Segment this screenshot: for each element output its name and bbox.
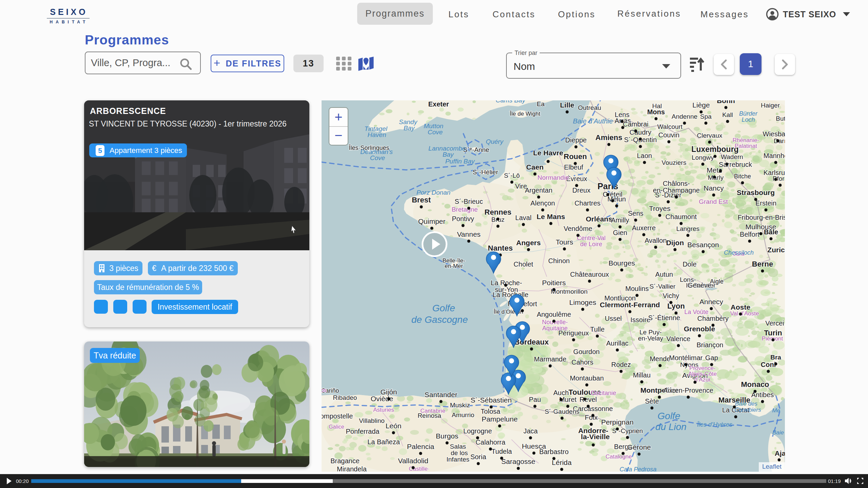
svg-text:Salas: Salas — [450, 443, 466, 450]
svg-text:Évreux: Évreux — [566, 175, 587, 182]
svg-text:Laval: Laval — [515, 214, 532, 221]
svg-text:Autun: Autun — [655, 271, 673, 278]
svg-text:Caudry: Caudry — [630, 129, 651, 136]
svg-text:Logrogne: Logrogne — [463, 427, 492, 435]
svg-text:Cambrai: Cambrai — [623, 120, 649, 128]
svg-text:Calahorra: Calahorra — [476, 438, 506, 446]
svg-text:Marly: Marly — [708, 174, 724, 181]
svg-text:Galice: Galice — [329, 424, 344, 430]
svg-text:Bürder: Bürder — [739, 110, 758, 117]
svg-text:Normandie: Normandie — [538, 174, 569, 181]
svg-text:S´-Vallier: S´-Vallier — [650, 283, 676, 290]
svg-text:Baie des: Baie des — [735, 401, 758, 407]
svg-text:Haiger: Haiger — [761, 102, 780, 109]
svg-text:Bitche: Bitche — [734, 173, 751, 180]
svg-text:Rennes: Rennes — [484, 208, 511, 216]
svg-text:Muskiz: Muskiz — [450, 402, 470, 409]
svg-text:Vire: Vire — [515, 182, 527, 190]
svg-text:Sète: Sète — [645, 397, 659, 405]
svg-text:Soria: Soria — [470, 453, 487, 461]
svg-text:Cove: Cove — [370, 154, 385, 161]
svg-text:Tolosa: Tolosa — [481, 408, 501, 415]
svg-text:Gap: Gap — [705, 354, 718, 362]
svg-text:Revel: Revel — [579, 396, 597, 403]
svg-text:Andenne: Andenne — [672, 113, 697, 120]
svg-text:Me: Me — [772, 407, 780, 414]
svg-text:Baie d’Authie: Baie d’Authie — [573, 117, 613, 125]
svg-text:Vouziers: Vouziers — [662, 159, 687, 166]
svg-text:Montmorillon: Montmorillon — [551, 288, 588, 295]
svg-text:Vichy: Vichy — [663, 292, 679, 299]
svg-text:Bra: Bra — [770, 354, 781, 361]
svg-text:Amiens: Amiens — [595, 133, 622, 142]
svg-text:Chinon: Chinon — [548, 257, 570, 265]
svg-text:zos: zos — [322, 387, 326, 393]
svg-text:du Lion: du Lion — [655, 422, 687, 432]
svg-text:Aix-en-Provence: Aix-en-Provence — [663, 387, 713, 394]
svg-text:Foix: Foix — [585, 414, 598, 421]
svg-text:Clermont-Ferrand: Clermont-Ferrand — [600, 301, 660, 309]
svg-text:Vercei: Vercei — [765, 319, 784, 327]
svg-text:Lille: Lille — [560, 101, 574, 109]
svg-text:Longwy: Longwy — [692, 154, 714, 161]
svg-text:Quéry: Quéry — [486, 138, 504, 145]
svg-text:Gérone: Gérone — [627, 443, 651, 451]
svg-text:Butzt: Butzt — [776, 115, 785, 122]
svg-text:Villablino: Villablino — [359, 417, 385, 424]
svg-text:Porz Donan: Porz Donan — [417, 189, 450, 196]
svg-text:Tulle: Tulle — [590, 326, 605, 333]
svg-text:Le Havre: Le Havre — [533, 149, 563, 157]
svg-text:Melun: Melun — [607, 195, 626, 203]
svg-text:Nantes: Nantes — [488, 244, 513, 252]
svg-text:Auxerre: Auxerre — [632, 224, 656, 232]
svg-text:Langres: Langres — [676, 225, 700, 232]
svg-text:ompostelle: ompostelle — [322, 412, 353, 420]
svg-text:Bretagne: Bretagne — [451, 206, 478, 213]
svg-text:Cala Pedrosa: Cala Pedrosa — [619, 466, 656, 472]
svg-text:Dieppe: Dieppe — [565, 136, 586, 144]
svg-text:Chessiloch: Chessiloch — [724, 249, 754, 256]
svg-text:Grand Est: Grand Est — [699, 198, 728, 205]
svg-text:Dole: Dole — [682, 260, 696, 268]
svg-text:Troyes: Troyes — [649, 204, 670, 212]
svg-text:Jaca: Jaca — [523, 427, 538, 435]
svg-text:Angoulême: Angoulême — [537, 311, 571, 318]
svg-text:Amilly: Amilly — [611, 216, 629, 224]
svg-text:Erstein: Erstein — [755, 199, 776, 207]
svg-text:Valladolid: Valladolid — [398, 457, 428, 465]
svg-text:Bay: Bay — [443, 151, 454, 158]
svg-text:Ponferrada: Ponferrada — [346, 428, 380, 435]
svg-text:Liège: Liège — [692, 101, 710, 109]
svg-text:Couvin: Couvin — [658, 131, 679, 139]
svg-text:Vannes: Vannes — [457, 230, 481, 238]
svg-text:Pontivy: Pontivy — [452, 215, 474, 222]
svg-text:Ea: Ea — [537, 100, 545, 108]
svg-text:Argentan: Argentan — [525, 187, 552, 194]
svg-text:Avallon: Avallon — [644, 237, 667, 244]
svg-text:Grenoble: Grenoble — [684, 325, 715, 333]
svg-text:Issoire: Issoire — [631, 316, 651, 324]
svg-text:Cantabrie: Cantabrie — [420, 408, 445, 414]
svg-text:Santander: Santander — [425, 391, 458, 398]
svg-text:Golfe: Golfe — [658, 411, 680, 421]
svg-text:Elbeuf: Elbeuf — [564, 163, 583, 171]
svg-text:Valence: Valence — [667, 335, 691, 343]
svg-text:Zuric: Zuric — [767, 246, 785, 254]
svg-text:Bonn: Bonn — [717, 100, 735, 104]
svg-text:Amurrio: Amurrio — [452, 411, 475, 418]
svg-text:S´ᵉ-Anne: S´ᵉ-Anne — [463, 146, 489, 153]
svg-text:Marmande: Marmande — [534, 355, 566, 363]
svg-text:Orléans: Orléans — [586, 215, 612, 223]
svg-text:Perpignan: Perpignan — [601, 418, 634, 426]
svg-text:Coni: Coni — [761, 361, 776, 368]
svg-text:Rouen: Rouen — [564, 152, 587, 161]
svg-text:Aoste: Aoste — [731, 303, 750, 311]
svg-text:Kall: Kall — [722, 111, 733, 118]
svg-text:Aja: Aja — [775, 449, 785, 457]
svg-text:Golfe: Golfe — [432, 303, 455, 313]
svg-text:Catalogne: Catalogne — [605, 453, 632, 460]
svg-text:Monaco: Monaco — [741, 380, 769, 389]
svg-text:Puffin Bay: Puffin Bay — [445, 158, 475, 165]
svg-text:Belfort: Belfort — [740, 231, 759, 238]
svg-text:Chambéry: Chambéry — [697, 315, 729, 322]
